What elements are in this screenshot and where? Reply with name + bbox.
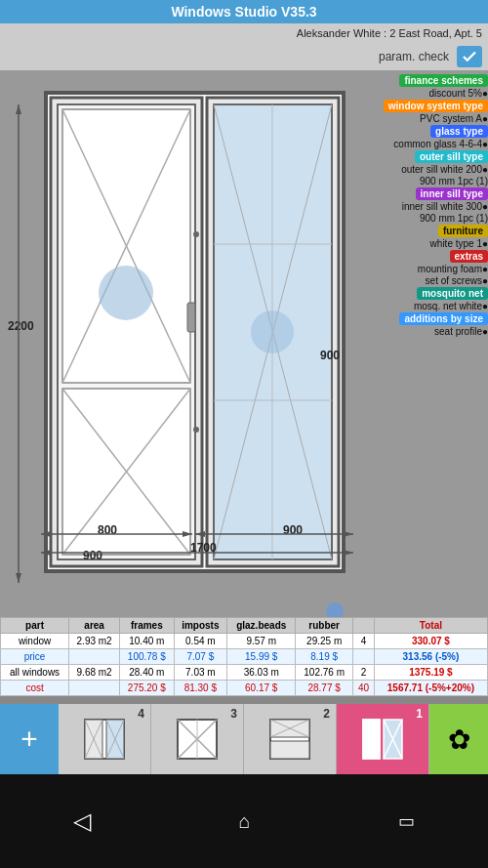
tab-4-icon: [82, 717, 127, 762]
param-check-button[interactable]: [457, 46, 482, 67]
table-row-price: price 100.78 $ 7.07 $ 15.99 $ 8.19 $ 313…: [1, 649, 488, 665]
flower-button[interactable]: ✿: [429, 704, 488, 774]
table-row-window: window 2.93 m2 10.40 m 0.54 m 9.57 m 29.…: [1, 634, 488, 649]
label-extras[interactable]: extras: [332, 250, 488, 263]
cell-total-cost: 1567.71 (-5%+20%): [374, 681, 487, 696]
param-check-label: param. check: [379, 50, 449, 63]
cell-area-window: 2.93 m2: [69, 634, 120, 649]
dim-right-panel: 900: [320, 349, 340, 362]
mosquito-tag[interactable]: mosquito net: [417, 287, 488, 300]
label-discount: discount 5%●: [332, 88, 488, 99]
col-header-total: Total: [374, 618, 487, 634]
labels-panel: finance schemes discount 5%● window syst…: [332, 70, 488, 337]
tab-2-icon: [267, 717, 312, 762]
label-furniture-val: white type 1●: [332, 238, 488, 249]
data-table: part area frames imposts glaz.beads rubb…: [0, 617, 488, 692]
svg-rect-9: [187, 303, 195, 332]
info-bar: Aleksander White : 2 East Road, Apt. 5: [0, 23, 488, 43]
svg-marker-22: [16, 104, 21, 114]
tab-4[interactable]: 4: [59, 704, 151, 774]
svg-marker-31: [41, 550, 51, 556]
svg-marker-23: [16, 573, 21, 583]
glass-type-tag[interactable]: glass type: [430, 125, 488, 138]
col-header-glazbeads: glaz.beads: [227, 618, 296, 634]
svg-marker-28: [195, 531, 205, 537]
flower-icon: ✿: [448, 723, 470, 756]
cell-frames-allwindows: 28.40 m: [120, 665, 174, 681]
cell-glazbeads-cost: 60.17 $: [227, 681, 296, 696]
cell-glazbeads-price: 15.99 $: [227, 649, 296, 665]
add-window-button[interactable]: +: [0, 704, 59, 774]
tab-3-icon: [175, 717, 220, 762]
cell-frames-window: 10.40 m: [120, 634, 174, 649]
cell-frames-price: 100.78 $: [120, 649, 174, 665]
col-header-part: part: [1, 618, 69, 634]
label-screws: set of screws●: [332, 275, 488, 286]
label-additions[interactable]: additions by size: [332, 312, 488, 325]
cell-part-cost: cost: [1, 681, 69, 696]
cell-imposts-window: 0.54 m: [174, 634, 227, 649]
cell-rubber-allwindows: 102.76 m: [296, 665, 353, 681]
cell-extra-window: 4: [353, 634, 375, 649]
tab-1[interactable]: 1: [337, 704, 429, 774]
dim-arrow-bottom-total: [41, 543, 353, 562]
cell-total-window: 330.07 $: [374, 634, 487, 649]
cell-glazbeads-window: 9.57 m: [227, 634, 296, 649]
label-glass-val: common glass 4-6-4●: [332, 139, 488, 149]
tab-2[interactable]: 2: [244, 704, 337, 774]
cell-rubber-cost: 28.77 $: [296, 681, 353, 696]
dim-arrow-bottom-2: [195, 524, 353, 544]
top-bar: Windows Studio V35.3: [0, 0, 488, 23]
svg-marker-32: [344, 550, 353, 556]
svg-marker-26: [183, 531, 192, 537]
canvas-area: finance schemes discount 5%● window syst…: [0, 70, 488, 617]
cell-glazbeads-allwindows: 36.03 m: [227, 665, 296, 681]
label-outer-sill-val: outer sill white 200●: [332, 164, 488, 175]
label-outer-sill-dim: 900 mm 1pc (1): [332, 176, 488, 186]
label-pvc: PVC system A●: [332, 113, 488, 124]
tab-2-num: 2: [323, 707, 330, 721]
svg-marker-29: [344, 531, 353, 537]
cell-total-allwindows: 1375.19 $: [374, 665, 487, 681]
table-row-cost: cost 275.20 $ 81.30 $ 60.17 $ 28.77 $ 40…: [1, 681, 488, 696]
label-foam: mounting foam●: [332, 264, 488, 274]
cell-extra-allwindows: 2: [353, 665, 375, 681]
label-seat: seat profile●: [332, 326, 488, 337]
tab-bar: + 4 3 2: [0, 704, 488, 774]
svg-rect-48: [270, 741, 309, 759]
cell-rubber-window: 29.25 m: [296, 634, 353, 649]
furniture-tag[interactable]: furniture: [438, 225, 488, 237]
label-mosquito-val: mosq. net white●: [332, 301, 488, 311]
cell-part-price: price: [1, 649, 69, 665]
inner-sill-tag[interactable]: inner sill type: [416, 187, 488, 200]
additions-tag[interactable]: additions by size: [399, 312, 488, 325]
col-header-imposts: imposts: [174, 618, 227, 634]
window-system-tag[interactable]: window system type: [384, 100, 488, 112]
label-glass[interactable]: glass type: [332, 125, 488, 138]
tab-1-icon: [360, 717, 405, 762]
svg-point-19: [99, 266, 153, 320]
app-title: Windows Studio V35.3: [171, 4, 316, 20]
finance-tag[interactable]: finance schemes: [399, 74, 488, 87]
label-inner-sill-val: inner sill white 300●: [332, 201, 488, 212]
nav-back-button[interactable]: ◁: [73, 807, 91, 835]
tab-3[interactable]: 3: [151, 704, 244, 774]
label-inner-sill-dim: 900 mm 1pc (1): [332, 213, 488, 224]
extras-tag[interactable]: extras: [450, 250, 488, 263]
nav-recent-button[interactable]: ▭: [398, 810, 415, 832]
param-row: param. check: [0, 43, 488, 70]
label-window-system[interactable]: window system type: [332, 100, 488, 112]
outer-sill-tag[interactable]: outer sill type: [415, 150, 488, 163]
dim-arrow-left: [14, 104, 23, 583]
label-inner-sill[interactable]: inner sill type: [332, 187, 488, 200]
cell-imposts-allwindows: 7.03 m: [174, 665, 227, 681]
svg-point-11: [193, 427, 199, 433]
nav-home-button[interactable]: ⌂: [238, 810, 250, 833]
cell-imposts-cost: 81.30 $: [174, 681, 227, 696]
label-mosquito[interactable]: mosquito net: [332, 287, 488, 300]
cell-total-price: 313.56 (-5%): [374, 649, 487, 665]
label-finance[interactable]: finance schemes: [332, 74, 488, 87]
label-outer-sill[interactable]: outer sill type: [332, 150, 488, 163]
summary-table: part area frames imposts glaz.beads rubb…: [0, 617, 488, 696]
label-furniture[interactable]: furniture: [332, 225, 488, 237]
